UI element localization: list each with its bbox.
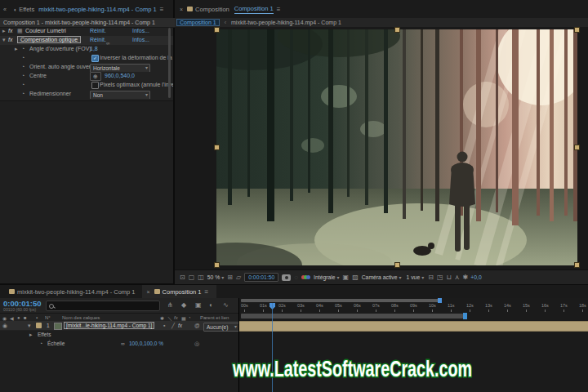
timeline-ruler[interactable]: 00s01s02s03s04s05s06s07s08s09s10s11s12s1… <box>241 303 588 313</box>
hand-tool-icon[interactable]: ⊡ <box>180 274 185 281</box>
flowchart-icon[interactable]: ⋏ <box>455 274 460 281</box>
pixel-aspect-icon[interactable]: ⊟ <box>428 274 434 281</box>
panel-menu-icon[interactable]: ≡ <box>160 6 164 13</box>
stopwatch-icon[interactable]: ◔ <box>21 46 24 51</box>
prop-row-optimal[interactable]: ◔ Pixels optimaux (annule l'inverse) <box>0 81 173 90</box>
search-box[interactable] <box>46 301 160 311</box>
layer-duration-bar[interactable] <box>239 321 588 332</box>
motion-blur-icon[interactable]: ∿ <box>223 302 229 309</box>
prop-row-invert[interactable]: ◔ ✓ Inverser la déformation de la lentil… <box>0 54 173 63</box>
selection-handle[interactable] <box>394 27 400 33</box>
parent-column-header[interactable]: Parent et lien <box>200 315 229 320</box>
breadcrumb-comp[interactable]: Composition 1 <box>176 19 220 26</box>
stopwatch-icon[interactable]: ◔ <box>21 55 24 60</box>
twirl-icon[interactable]: ▾ <box>28 323 31 328</box>
crosshair-icon[interactable]: ⊕ <box>90 72 101 81</box>
close-icon[interactable]: × <box>180 7 183 12</box>
draft-3d-icon[interactable]: ◆ <box>181 302 186 309</box>
effect-name[interactable]: Compensation optique <box>17 36 81 43</box>
property-group-row[interactable]: ▸ Effets <box>0 330 238 339</box>
screenshot-icon[interactable]: ▢ <box>189 274 195 281</box>
view-layout-select[interactable]: 1 vue <box>407 274 421 280</box>
optimal-checkbox[interactable] <box>91 82 99 89</box>
stopwatch-icon[interactable]: ◔ <box>39 341 42 346</box>
duration-marker[interactable] <box>463 313 467 319</box>
close-icon[interactable]: × <box>147 289 150 295</box>
stopwatch-icon[interactable]: ◔ <box>21 91 24 96</box>
monitor-icon[interactable]: ◫ <box>198 274 204 281</box>
label-color-swatch[interactable] <box>36 323 42 328</box>
effect-name[interactable]: Couleur Lumetri <box>25 28 66 33</box>
fov-value[interactable]: 1,8 <box>90 46 98 51</box>
prop-row-center[interactable]: ◔ Centre ⊕ 960,0,540,0 <box>0 72 173 81</box>
twirl-icon[interactable]: ▸ <box>15 46 18 51</box>
selection-handle[interactable] <box>574 27 580 33</box>
reset-link[interactable]: Réinit. <box>90 28 106 33</box>
duration-bar[interactable] <box>241 314 463 318</box>
include-icon[interactable]: ◎ <box>194 341 199 346</box>
composition-tab[interactable]: Composition 1 <box>234 5 274 14</box>
twirl-icon[interactable]: ▸ <box>29 332 33 337</box>
quality-icon[interactable]: ╱ <box>172 323 175 329</box>
resolution-select[interactable]: Intégrale <box>314 274 335 280</box>
timeline-button-icon[interactable]: ⊔ <box>446 274 451 281</box>
link-icon[interactable]: ∞ <box>121 341 125 346</box>
channel-icon[interactable] <box>301 275 310 279</box>
effect-controls-tab[interactable]: mixkit-two-people-hiking-114.mp4 - Comp … <box>38 6 157 13</box>
exposure-reset-icon[interactable]: ✱ <box>463 274 469 281</box>
zoom-level[interactable]: 50 % <box>207 274 220 280</box>
exposure-value[interactable]: +0,0 <box>470 274 481 280</box>
selection-handle[interactable] <box>214 262 220 268</box>
forest-video-frame[interactable] <box>216 29 577 265</box>
twirl-icon[interactable]: ▸ <box>2 28 6 33</box>
source-column-header[interactable]: Nom des calques <box>62 315 100 320</box>
selection-handle[interactable] <box>394 262 400 268</box>
reset-link[interactable]: Réinit. <box>90 37 106 42</box>
stopwatch-icon[interactable]: ◔ <box>21 64 24 69</box>
viewer-timecode[interactable]: 0:00:01:50 <box>244 273 278 282</box>
center-value[interactable]: 960,0,540,0 <box>105 73 135 78</box>
effect-row-lumetri[interactable]: ▸ fx ▦ Couleur Lumetri Réinit. Infos... <box>0 27 173 36</box>
pickwhip-icon[interactable]: @ <box>194 323 200 328</box>
about-link[interactable]: Infos... <box>132 28 149 33</box>
camera-select[interactable]: Caméra active <box>362 274 398 280</box>
composition-flowchart-icon[interactable]: ⋔ <box>167 302 173 309</box>
invert-checkbox[interactable]: ✓ <box>91 55 99 62</box>
timeline-tab-inactive[interactable]: mixkit-two-people-hiking-114.mp4 - Comp … <box>0 285 142 298</box>
transparency-grid-icon[interactable]: ▨ <box>352 274 359 281</box>
panel-menu-icon[interactable]: ≡ <box>205 288 209 296</box>
fast-preview-icon[interactable]: ◳ <box>437 274 443 281</box>
preview-range-bar[interactable] <box>241 299 439 302</box>
prop-row-resize[interactable]: ◔ Redimensionner Non ▾ <box>0 90 173 99</box>
frame-blend-icon[interactable]: ◐ <box>209 302 213 309</box>
prop-row-orient[interactable]: ◔ Orient. auto angle ouverture Horizonta… <box>0 63 173 72</box>
number-column-header[interactable]: N° <box>45 315 51 320</box>
eye-icon[interactable]: ◉ <box>2 323 7 328</box>
stopwatch-icon[interactable]: ◔ <box>21 73 24 78</box>
scale-property-row[interactable]: ◔ Échelle ∞ 100,0,100,0 % ◎ <box>0 339 238 348</box>
resize-dropdown[interactable]: Non ▾ <box>90 91 150 99</box>
show-snapshot-icon[interactable]: ◌ <box>294 274 298 281</box>
about-link[interactable]: Infos... <box>132 37 149 42</box>
layer-name[interactable]: [mixkit...le-hiking-114.mp4 - Comp 1] <box>64 322 154 329</box>
scrollbar[interactable] <box>168 28 171 98</box>
collapse-panel-icon[interactable]: « <box>3 7 7 12</box>
stopwatch-icon[interactable]: ◔ <box>21 82 24 87</box>
lock-icon[interactable]: ◖ <box>13 7 16 12</box>
timeline-tab-active[interactable]: × Composition 1 ≡ <box>142 285 217 298</box>
selection-handle[interactable] <box>214 145 220 150</box>
region-of-interest-icon[interactable]: ▣ <box>343 274 350 281</box>
snapshot-camera-icon[interactable] <box>282 274 291 281</box>
selection-handle[interactable] <box>574 262 580 268</box>
panel-menu-icon[interactable]: ≡ <box>277 6 281 13</box>
twirl-icon[interactable]: ▾ <box>2 37 6 42</box>
scale-value[interactable]: 100,0,100,0 % <box>129 341 163 346</box>
collapse-transform-icon[interactable]: ▪ <box>163 323 165 328</box>
prop-row-fov[interactable]: ▸ ◔ Angle d'ouverture (FOV) 1,8 <box>0 45 173 54</box>
effect-row-optics[interactable]: ▾ fx Compensation optique Réinit. Infos.… <box>0 36 173 45</box>
shy-layers-icon[interactable]: ▣ <box>195 302 202 309</box>
grid-guides-icon[interactable]: ⊞ <box>227 274 233 281</box>
mask-visibility-icon[interactable]: ▱ <box>236 274 241 281</box>
selection-handle[interactable] <box>214 27 220 33</box>
orient-dropdown[interactable]: Horizontale ▾ <box>90 64 150 72</box>
